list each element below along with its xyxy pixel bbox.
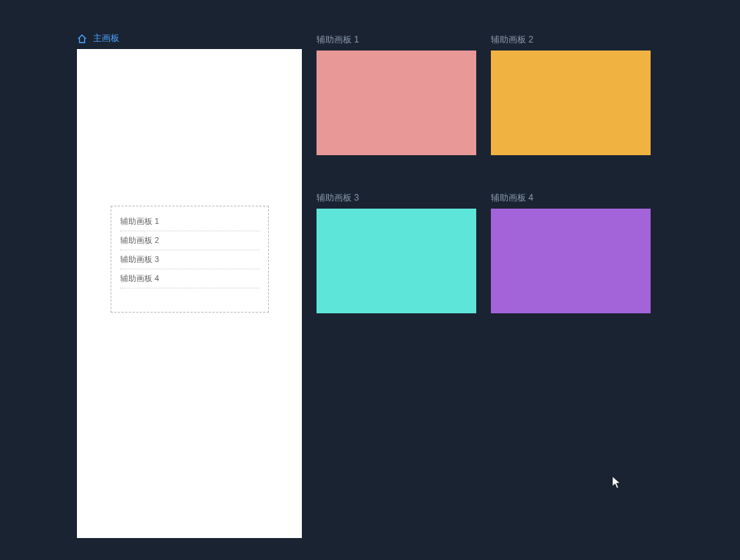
aux-artboard-label: 辅助画板 1 — [317, 34, 476, 46]
list-item[interactable]: 辅助画板 2 — [120, 231, 259, 250]
list-container[interactable]: 辅助画板 1 辅助画板 2 辅助画板 3 辅助画板 4 — [111, 206, 269, 313]
aux-artboard-2[interactable] — [491, 51, 651, 155]
aux-artboard-1-container: 辅助画板 1 — [317, 34, 476, 155]
home-icon — [77, 34, 87, 44]
aux-artboard-label: 辅助画板 3 — [317, 192, 476, 204]
main-artboard[interactable]: 辅助画板 1 辅助画板 2 辅助画板 3 辅助画板 4 — [77, 49, 302, 538]
aux-artboard-4-container: 辅助画板 4 — [491, 192, 651, 313]
aux-artboard-label: 辅助画板 2 — [491, 34, 651, 46]
aux-artboard-4[interactable] — [491, 209, 651, 313]
main-artboard-container: 主画板 辅助画板 1 辅助画板 2 辅助画板 3 辅助画板 4 — [77, 32, 302, 538]
cursor-icon — [612, 476, 622, 492]
aux-artboard-3-container: 辅助画板 3 — [317, 192, 476, 313]
list-item[interactable]: 辅助画板 4 — [120, 269, 259, 288]
aux-artboard-label: 辅助画板 4 — [491, 192, 651, 204]
list-item[interactable]: 辅助画板 3 — [120, 250, 259, 269]
main-artboard-title: 主画板 — [93, 32, 119, 45]
aux-artboard-1[interactable] — [317, 51, 476, 155]
list-item[interactable]: 辅助画板 1 — [120, 212, 259, 231]
aux-artboard-2-container: 辅助画板 2 — [491, 34, 651, 155]
aux-artboard-3[interactable] — [317, 209, 476, 313]
main-artboard-header: 主画板 — [77, 32, 302, 45]
